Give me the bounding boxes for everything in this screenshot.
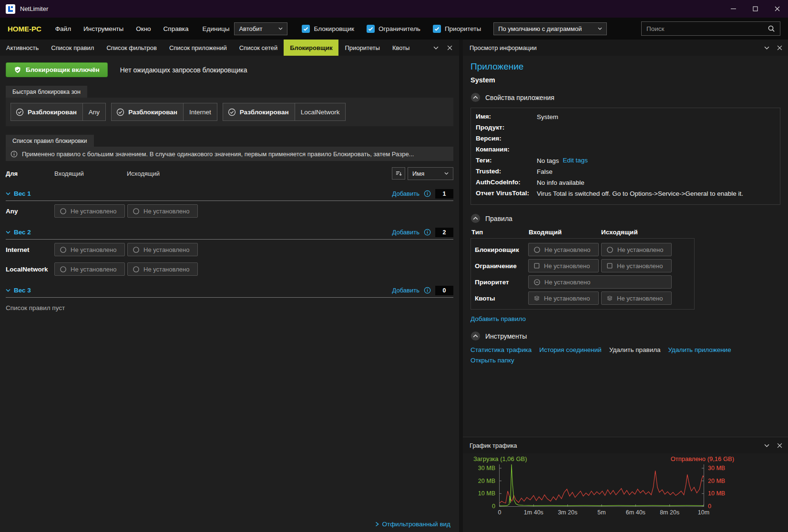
info-circle-icon — [10, 151, 18, 158]
priorities-toggle-label: Приоритеты — [445, 25, 481, 32]
property-label: Компания: — [476, 146, 537, 153]
menu-tools[interactable]: Инструменты — [77, 25, 130, 32]
priorities-toggle[interactable]: Приоритеты — [433, 25, 481, 33]
units-select[interactable]: Автобит — [234, 22, 287, 35]
blocker-toggle[interactable]: Блокировщик — [302, 25, 354, 33]
zone-internet-button[interactable]: Разблокирован Internet — [111, 103, 217, 121]
not-set-label: Не установлено — [143, 246, 189, 253]
info-circle-icon[interactable] — [424, 229, 431, 236]
add-rule-weight-2-link[interactable]: Добавить — [392, 229, 420, 236]
zone-name: LocalNetwork — [295, 103, 346, 120]
property-row-virustotal: Отчет VirusTotal:Virus Total is switched… — [476, 189, 775, 200]
collapse-circle-icon — [471, 213, 481, 223]
add-rule-link[interactable]: Добавить правило — [471, 315, 526, 322]
limiter-toggle[interactable]: Ограничитель — [367, 25, 420, 33]
minimize-button[interactable] — [722, 0, 744, 18]
blocker-footer: Отфильтрованный вид — [0, 516, 459, 532]
group-label: Вес 3 — [14, 287, 31, 294]
view-select[interactable]: По умолчанию с диаграммой — [493, 22, 607, 35]
checkbox-checked-icon — [367, 25, 375, 33]
pane-splitter[interactable] — [459, 40, 463, 532]
close-button[interactable] — [766, 0, 788, 18]
rules-section-toggle[interactable]: Правила — [471, 213, 780, 223]
check-circle-icon — [116, 108, 124, 116]
filtered-view-link[interactable]: Отфильтрованный вид — [382, 521, 450, 528]
info-circle-icon[interactable] — [424, 287, 431, 294]
info-circle-icon[interactable] — [424, 190, 431, 197]
property-label: Версия: — [476, 135, 537, 142]
tab-rule-list[interactable]: Список правил — [45, 40, 100, 56]
add-rule-weight-1-link[interactable]: Добавить — [392, 190, 420, 197]
menu-window[interactable]: Окно — [130, 25, 157, 32]
edit-tags-link[interactable]: Edit tags — [563, 157, 588, 164]
sort-by-value: Имя — [412, 170, 424, 177]
tab-bar: Активность Список правил Список фильтров… — [0, 40, 459, 56]
tab-filter-list[interactable]: Список фильтров — [100, 40, 163, 56]
outgoing-not-set-button[interactable]: Не установлено — [601, 291, 672, 305]
incoming-not-set-button[interactable]: Не установлено — [528, 259, 599, 272]
outgoing-not-set-button[interactable]: Не установлено — [601, 259, 672, 272]
menu-help[interactable]: Справка — [157, 25, 195, 32]
properties-section-label: Свойства приложения — [485, 94, 554, 101]
incoming-not-set-button[interactable]: Не установлено — [528, 243, 599, 256]
outgoing-not-set-button[interactable]: Не установлено — [127, 243, 198, 256]
titlebar: NetLimiter — [0, 0, 788, 18]
tools-section-toggle[interactable]: Инструменты — [471, 331, 780, 341]
not-set-label: Не установлено — [544, 246, 590, 253]
menu-file[interactable]: Файл — [49, 25, 77, 32]
maximize-button[interactable] — [744, 0, 766, 18]
not-set-label: Не установлено — [143, 208, 189, 215]
close-icon[interactable] — [777, 443, 782, 448]
info-body: Приложение System Свойства приложения Им… — [463, 56, 788, 437]
incoming-not-set-button[interactable]: Не установлено — [54, 262, 125, 276]
sort-by-select[interactable]: Имя — [408, 167, 453, 180]
main-area: Активность Список правил Список фильтров… — [0, 40, 788, 532]
property-row-tags: Теги: No tags Edit tags — [476, 156, 775, 167]
search-icon[interactable] — [768, 25, 775, 32]
group-weight-2[interactable]: Вес 2 Добавить 2 — [6, 225, 453, 240]
priority-not-set-button[interactable]: Не установлено — [528, 275, 672, 289]
chevron-down-icon[interactable] — [764, 46, 769, 50]
tab-quotas[interactable]: Квоты — [386, 40, 416, 56]
chevron-down-icon — [278, 27, 283, 30]
blocker-enabled-button[interactable]: Блокировщик включён — [6, 62, 108, 77]
tab-activity[interactable]: Активность — [0, 40, 45, 56]
open-folder-link[interactable]: Открыть папку — [471, 357, 514, 364]
tab-network-list[interactable]: Список сетей — [233, 40, 284, 56]
rule-target: LocalNetwork — [6, 266, 54, 273]
incoming-not-set-button[interactable]: Не установлено — [54, 204, 125, 218]
incoming-not-set-button[interactable]: Не установлено — [54, 243, 125, 256]
chevron-down-icon[interactable] — [764, 444, 769, 447]
properties-section-toggle[interactable]: Свойства приложения — [471, 92, 780, 102]
rules-section-label: Правила — [485, 215, 512, 222]
computer-name[interactable]: HOME-PC — [8, 25, 41, 33]
tab-app-list[interactable]: Список приложений — [163, 40, 233, 56]
zone-any-button[interactable]: Разблокирован Any — [10, 103, 106, 121]
connection-history-link[interactable]: История соединений — [539, 346, 602, 353]
sort-order-button[interactable] — [392, 167, 405, 180]
group-weight-3[interactable]: Вес 3 Добавить 0 — [6, 283, 453, 298]
traffic-panel-title: График трафика — [470, 442, 517, 449]
tab-priorities[interactable]: Приоритеты — [338, 40, 386, 56]
outgoing-not-set-button[interactable]: Не установлено — [601, 243, 672, 256]
property-label: Отчет VirusTotal: — [476, 190, 537, 197]
traffic-stats-link[interactable]: Статистика трафика — [471, 346, 532, 353]
tab-group-close-icon[interactable] — [447, 45, 452, 50]
property-label: Продукт: — [476, 124, 537, 131]
outgoing-not-set-button[interactable]: Не установлено — [127, 204, 198, 218]
incoming-not-set-button[interactable]: Не установлено — [528, 291, 599, 305]
remove-app-link[interactable]: Удалить приложение — [668, 346, 731, 353]
zone-name: Internet — [183, 103, 217, 120]
close-icon[interactable] — [777, 45, 782, 50]
tab-overflow-chevron-icon[interactable] — [433, 46, 439, 50]
search-box — [641, 21, 780, 36]
zone-localnetwork-button[interactable]: Разблокирован LocalNetwork — [223, 103, 346, 121]
group-weight-1[interactable]: Вес 1 Добавить 1 — [6, 187, 453, 201]
outgoing-not-set-button[interactable]: Не установлено — [127, 262, 198, 276]
remove-rules-link[interactable]: Удалить правила — [609, 346, 661, 353]
chevron-right-icon — [375, 522, 379, 527]
tab-blocker[interactable]: Блокировщик — [284, 40, 338, 56]
add-rule-weight-3-link[interactable]: Добавить — [392, 287, 420, 294]
search-input[interactable] — [646, 25, 768, 32]
property-value: False — [537, 168, 553, 176]
